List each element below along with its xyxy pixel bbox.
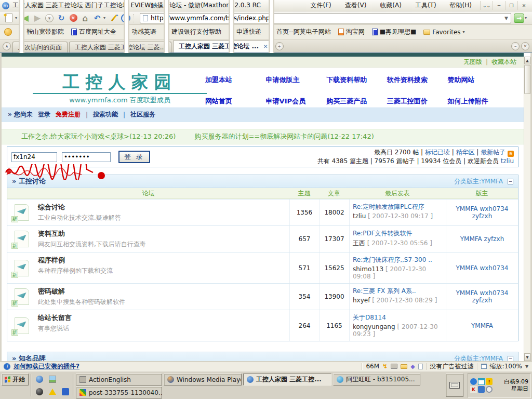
winamp-icon[interactable] bbox=[36, 388, 43, 395]
last-post-link[interactable]: Re:PDF文件转换软件 bbox=[353, 229, 443, 238]
go-dropdown-icon[interactable]: ▾ bbox=[525, 16, 529, 20]
stop-icon[interactable] bbox=[68, 13, 79, 23]
bookmark-item[interactable]: 淘宝网 bbox=[335, 26, 368, 37]
menu-item[interactable]: 收藏(A) bbox=[380, 1, 402, 10]
forward-icon[interactable] bbox=[32, 13, 43, 23]
taskbar-button[interactable]: post-333755-1130040... bbox=[76, 387, 162, 398]
volume-tray-icon[interactable] bbox=[486, 386, 493, 393]
moderator-link[interactable]: YMMFA wxh0734 zyfzxh bbox=[448, 289, 516, 304]
maxthon-tray-icon[interactable] bbox=[470, 378, 477, 385]
taskbar-button[interactable]: Windows Media Playe... bbox=[164, 374, 242, 385]
magic-wand-icon[interactable] bbox=[108, 13, 119, 23]
last-post-link[interactable]: 关于D8114 bbox=[353, 313, 443, 322]
bookmark-item[interactable]: 百度网址大全 bbox=[68, 26, 119, 37]
tab[interactable]: 工控人家园 三菱工控论坛 ...✕ bbox=[173, 40, 273, 52]
top-link[interactable]: 收藏本站 bbox=[491, 58, 516, 66]
header-nav-link[interactable]: 软件资料搜索 bbox=[387, 75, 448, 85]
bookmarks-lead-icon[interactable] bbox=[4, 28, 12, 36]
tab-close-icon[interactable]: ✕ bbox=[263, 44, 268, 49]
taskbar-button[interactable]: 工控人家园 三菱工控... bbox=[243, 374, 331, 385]
wrench-icon[interactable]: ⌁ bbox=[511, 42, 520, 50]
scroll-up-icon[interactable]: ▲ bbox=[524, 57, 530, 64]
address-dropdown-icon[interactable]: ▼ bbox=[504, 16, 508, 21]
undo-icon[interactable] bbox=[91, 13, 103, 23]
forum-name-link[interactable]: 给站长留言 bbox=[38, 314, 72, 322]
scrollbar-thumb[interactable] bbox=[524, 65, 530, 94]
warning-icon[interactable] bbox=[49, 389, 56, 395]
page-scrollbar[interactable]: ▲ ▼ bbox=[524, 57, 530, 361]
home-icon[interactable] bbox=[79, 13, 91, 23]
forum-name-link[interactable]: 程序样例 bbox=[38, 256, 65, 264]
scroll-down-icon[interactable]: ▼ bbox=[524, 353, 530, 361]
category-moderator-link[interactable]: 分类版主:YMMFA bbox=[454, 177, 503, 186]
forum-name-link[interactable]: 资料互助 bbox=[38, 230, 65, 237]
close-tab-icon[interactable]: ✕ bbox=[521, 42, 529, 50]
header-nav-link[interactable]: 申请做版主 bbox=[266, 75, 327, 85]
caret-down-icon[interactable]: ▾ bbox=[103, 16, 108, 20]
moderator-link[interactable]: YMMFA wxh0734 bbox=[456, 264, 509, 272]
internet-explorer-icon[interactable] bbox=[62, 376, 69, 383]
minimize-button[interactable]: ─ bbox=[493, 1, 505, 10]
rss-icon[interactable]: ≋ bbox=[508, 151, 514, 157]
start-button[interactable]: 开始 bbox=[2, 374, 29, 385]
caret-down-icon[interactable] bbox=[525, 363, 528, 370]
header-nav-link[interactable]: 加盟本站 bbox=[205, 75, 266, 85]
language-bar[interactable] bbox=[446, 374, 463, 397]
new-tab-button[interactable]: ＋ bbox=[275, 42, 284, 50]
password-input[interactable] bbox=[62, 152, 111, 162]
new-member-link[interactable]: tzliu bbox=[501, 157, 514, 165]
site-logo[interactable]: 工控人家园 www.ymmfa.com 百度联盟成员 bbox=[33, 72, 207, 105]
taskbar-button[interactable]: ActionEnglish bbox=[76, 374, 162, 385]
top-link[interactable]: 无图版 bbox=[463, 58, 482, 66]
last-post-link[interactable]: Re:龙门铣床程序,,S7-300 .. bbox=[353, 256, 443, 264]
messenger-tray-icon[interactable] bbox=[478, 386, 485, 393]
announcement-link[interactable]: 工作之余,给大家玩个小游戏<桌球>(12-13 20:26) bbox=[21, 132, 176, 141]
lightning-icon[interactable] bbox=[382, 363, 388, 370]
header-nav-link[interactable]: 如何上传附件 bbox=[447, 97, 508, 106]
folder-icon[interactable] bbox=[401, 364, 407, 369]
last-post-link[interactable]: Re:三菱 FX 系列 A系.. bbox=[353, 287, 443, 296]
printer-icon[interactable] bbox=[391, 364, 397, 369]
collapse-icon[interactable]: − bbox=[508, 179, 513, 184]
dropdown-circle-icon[interactable] bbox=[44, 13, 55, 23]
moderator-link[interactable]: YMMFA bbox=[471, 322, 493, 329]
go-button[interactable]: → bbox=[514, 14, 524, 23]
kaspersky-tray-icon[interactable]: K bbox=[470, 386, 477, 393]
last-post-link[interactable]: Re:定时触发故障PLC程序 bbox=[353, 203, 443, 211]
username-input[interactable] bbox=[11, 152, 57, 162]
plugin-help-link[interactable]: 如何卸载已安装的插件? bbox=[14, 362, 79, 371]
site-logo-title[interactable]: 工控人家园 bbox=[33, 72, 207, 92]
header-nav-link[interactable]: 申请VIP会员 bbox=[266, 97, 327, 106]
announcement-link[interactable]: 购买服务器的计划==彻底解决网站卡的问题(12-22 17:42) bbox=[194, 132, 374, 141]
stats-link[interactable]: 精华区 bbox=[456, 149, 475, 156]
taskbar-button[interactable]: 阿里旺旺 - b3151005... bbox=[333, 374, 420, 385]
stats-link[interactable]: 标记已读 bbox=[425, 149, 450, 156]
media-player-icon[interactable] bbox=[36, 376, 43, 383]
refresh-icon[interactable] bbox=[56, 13, 67, 23]
restore-button[interactable]: ❐ bbox=[505, 1, 517, 10]
userbar-register[interactable]: 免费注册 bbox=[56, 110, 81, 119]
security-alert-tray-icon[interactable]: ! bbox=[486, 378, 493, 385]
page-icon[interactable] bbox=[418, 364, 423, 369]
header-nav-link[interactable]: 三菱工控面价 bbox=[387, 97, 448, 106]
login-button[interactable]: 登 录 bbox=[118, 151, 150, 163]
skin-button[interactable]: ⌄⌄ bbox=[480, 1, 493, 10]
userbar-link[interactable]: 搜索功能 bbox=[93, 110, 118, 119]
header-nav-link[interactable]: 购买三菱产品 bbox=[326, 97, 387, 106]
userbar-link[interactable]: 社区服务 bbox=[130, 110, 155, 119]
menu-item[interactable]: 工具(T) bbox=[415, 1, 436, 10]
header-nav-link[interactable]: 下载资料帮助 bbox=[326, 75, 387, 85]
moderator-link[interactable]: YMMFA wxh0734 zyfzxh bbox=[448, 205, 516, 220]
header-nav-link[interactable]: 赞助网站 bbox=[447, 75, 508, 85]
favorites-star-button[interactable]: ★ bbox=[3, 42, 11, 50]
shield-icon[interactable] bbox=[410, 363, 415, 370]
collapse-icon[interactable]: − bbox=[508, 356, 513, 362]
userbar-link[interactable]: 登录 bbox=[38, 110, 50, 119]
forum-name-link[interactable]: 密码破解 bbox=[38, 287, 65, 295]
category-moderator-link[interactable]: 分类版主:YMMFA bbox=[454, 354, 503, 362]
menu-item[interactable]: 查看(V) bbox=[345, 1, 367, 10]
moderator-link[interactable]: YMMFA zyfzxh bbox=[460, 235, 504, 243]
monitor-tray-icon[interactable] bbox=[478, 378, 485, 385]
stats-link[interactable]: 最新帖子 bbox=[481, 149, 506, 156]
header-nav-link[interactable]: 网站首页 bbox=[205, 97, 266, 106]
